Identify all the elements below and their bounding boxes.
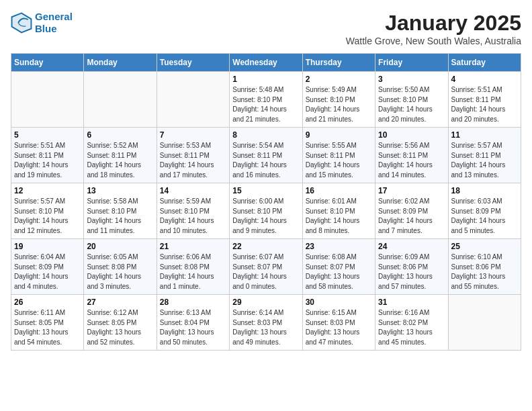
day-number: 19 [14, 242, 81, 251]
calendar-cell [157, 72, 229, 128]
day-info: Sunrise: 5:54 AM Sunset: 8:11 PM Dayligh… [232, 141, 299, 180]
day-number: 17 [378, 186, 445, 195]
day-number: 24 [378, 242, 445, 251]
day-number: 5 [14, 130, 81, 140]
day-number: 25 [451, 242, 518, 251]
day-info: Sunrise: 5:53 AM Sunset: 8:11 PM Dayligh… [160, 141, 226, 180]
calendar-cell: 4Sunrise: 5:51 AM Sunset: 8:11 PM Daylig… [448, 72, 521, 128]
calendar-week-2: 5Sunrise: 5:51 AM Sunset: 8:11 PM Daylig… [11, 128, 521, 183]
weekday-header-tuesday: Tuesday [157, 54, 229, 72]
calendar-cell: 14Sunrise: 5:59 AM Sunset: 8:10 PM Dayli… [157, 183, 229, 239]
calendar-cell: 28Sunrise: 6:13 AM Sunset: 8:04 PM Dayli… [157, 295, 229, 351]
day-number: 4 [451, 75, 518, 84]
calendar-cell: 15Sunrise: 6:00 AM Sunset: 8:10 PM Dayli… [230, 183, 302, 239]
day-info: Sunrise: 5:48 AM Sunset: 8:10 PM Dayligh… [232, 85, 299, 124]
day-number: 18 [451, 186, 518, 195]
calendar-cell: 9Sunrise: 5:55 AM Sunset: 8:11 PM Daylig… [302, 128, 375, 183]
calendar-week-5: 26Sunrise: 6:11 AM Sunset: 8:05 PM Dayli… [11, 295, 521, 351]
day-number: 11 [451, 130, 518, 140]
day-info: Sunrise: 5:52 AM Sunset: 8:11 PM Dayligh… [87, 141, 153, 180]
day-number: 29 [232, 298, 299, 307]
day-number: 13 [87, 186, 153, 195]
calendar-cell: 21Sunrise: 6:06 AM Sunset: 8:08 PM Dayli… [157, 239, 229, 295]
day-info: Sunrise: 6:00 AM Sunset: 8:10 PM Dayligh… [232, 197, 299, 236]
day-info: Sunrise: 5:56 AM Sunset: 8:11 PM Dayligh… [378, 141, 445, 180]
calendar-cell: 7Sunrise: 5:53 AM Sunset: 8:11 PM Daylig… [157, 128, 229, 183]
calendar-week-3: 12Sunrise: 5:57 AM Sunset: 8:10 PM Dayli… [11, 183, 521, 239]
day-info: Sunrise: 6:12 AM Sunset: 8:05 PM Dayligh… [87, 308, 153, 347]
calendar-cell: 18Sunrise: 6:03 AM Sunset: 8:09 PM Dayli… [448, 183, 521, 239]
day-number: 12 [14, 186, 81, 195]
calendar-cell: 8Sunrise: 5:54 AM Sunset: 8:11 PM Daylig… [230, 128, 302, 183]
day-number: 28 [160, 298, 226, 307]
day-number: 21 [160, 242, 226, 251]
day-number: 6 [87, 130, 153, 140]
day-info: Sunrise: 5:51 AM Sunset: 8:11 PM Dayligh… [14, 141, 81, 180]
calendar-cell: 3Sunrise: 5:50 AM Sunset: 8:10 PM Daylig… [375, 72, 448, 128]
weekday-header-friday: Friday [375, 54, 448, 72]
day-number: 3 [378, 75, 445, 84]
day-info: Sunrise: 6:07 AM Sunset: 8:07 PM Dayligh… [232, 253, 299, 291]
weekday-header-saturday: Saturday [448, 54, 521, 72]
day-info: Sunrise: 5:57 AM Sunset: 8:11 PM Dayligh… [451, 141, 518, 180]
day-info: Sunrise: 6:16 AM Sunset: 8:02 PM Dayligh… [378, 308, 445, 347]
calendar-cell: 16Sunrise: 6:01 AM Sunset: 8:10 PM Dayli… [302, 183, 375, 239]
day-info: Sunrise: 6:09 AM Sunset: 8:06 PM Dayligh… [378, 253, 445, 291]
weekday-header-row: SundayMondayTuesdayWednesdayThursdayFrid… [11, 54, 521, 72]
day-info: Sunrise: 6:06 AM Sunset: 8:08 PM Dayligh… [160, 253, 226, 291]
day-number: 14 [160, 186, 226, 195]
month-year-title: January 2025 [346, 11, 521, 36]
day-info: Sunrise: 6:14 AM Sunset: 8:03 PM Dayligh… [232, 308, 299, 347]
day-info: Sunrise: 6:05 AM Sunset: 8:08 PM Dayligh… [87, 253, 153, 291]
location-subtitle: Wattle Grove, New South Wales, Australia [346, 36, 521, 46]
day-info: Sunrise: 6:04 AM Sunset: 8:09 PM Dayligh… [14, 253, 81, 291]
calendar-cell: 31Sunrise: 6:16 AM Sunset: 8:02 PM Dayli… [375, 295, 448, 351]
day-number: 10 [378, 130, 445, 140]
title-block: January 2025 Wattle Grove, New South Wal… [346, 11, 521, 46]
calendar-week-4: 19Sunrise: 6:04 AM Sunset: 8:09 PM Dayli… [11, 239, 521, 295]
calendar-cell: 11Sunrise: 5:57 AM Sunset: 8:11 PM Dayli… [448, 128, 521, 183]
day-info: Sunrise: 6:01 AM Sunset: 8:10 PM Dayligh… [306, 197, 372, 236]
day-info: Sunrise: 5:50 AM Sunset: 8:10 PM Dayligh… [378, 85, 445, 124]
day-info: Sunrise: 6:10 AM Sunset: 8:06 PM Dayligh… [451, 253, 518, 291]
calendar-cell: 23Sunrise: 6:08 AM Sunset: 8:07 PM Dayli… [302, 239, 375, 295]
calendar-cell: 12Sunrise: 5:57 AM Sunset: 8:10 PM Dayli… [11, 183, 84, 239]
calendar-cell [84, 72, 157, 128]
calendar-cell: 6Sunrise: 5:52 AM Sunset: 8:11 PM Daylig… [84, 128, 157, 183]
weekday-header-wednesday: Wednesday [230, 54, 302, 72]
day-number: 9 [306, 130, 372, 140]
calendar-cell: 22Sunrise: 6:07 AM Sunset: 8:07 PM Dayli… [230, 239, 302, 295]
calendar-cell: 13Sunrise: 5:58 AM Sunset: 8:10 PM Dayli… [84, 183, 157, 239]
day-info: Sunrise: 5:57 AM Sunset: 8:10 PM Dayligh… [14, 197, 81, 236]
day-info: Sunrise: 6:13 AM Sunset: 8:04 PM Dayligh… [160, 308, 226, 347]
calendar-cell: 5Sunrise: 5:51 AM Sunset: 8:11 PM Daylig… [11, 128, 84, 183]
day-number: 26 [14, 298, 81, 307]
calendar-week-1: 1Sunrise: 5:48 AM Sunset: 8:10 PM Daylig… [11, 72, 521, 128]
day-info: Sunrise: 6:03 AM Sunset: 8:09 PM Dayligh… [451, 197, 518, 236]
day-number: 16 [306, 186, 372, 195]
calendar-cell: 26Sunrise: 6:11 AM Sunset: 8:05 PM Dayli… [11, 295, 84, 351]
day-number: 8 [232, 130, 299, 140]
day-info: Sunrise: 6:15 AM Sunset: 8:03 PM Dayligh… [306, 308, 372, 347]
day-number: 20 [87, 242, 153, 251]
calendar-cell: 2Sunrise: 5:49 AM Sunset: 8:10 PM Daylig… [302, 72, 375, 128]
calendar-table: SundayMondayTuesdayWednesdayThursdayFrid… [11, 53, 521, 351]
day-number: 15 [232, 186, 299, 195]
day-info: Sunrise: 5:51 AM Sunset: 8:11 PM Dayligh… [451, 85, 518, 124]
calendar-cell: 27Sunrise: 6:12 AM Sunset: 8:05 PM Dayli… [84, 295, 157, 351]
logo: General Blue [11, 11, 73, 35]
day-number: 23 [306, 242, 372, 251]
day-number: 30 [306, 298, 372, 307]
weekday-header-monday: Monday [84, 54, 157, 72]
calendar-cell [448, 295, 521, 351]
calendar-cell: 25Sunrise: 6:10 AM Sunset: 8:06 PM Dayli… [448, 239, 521, 295]
day-info: Sunrise: 5:59 AM Sunset: 8:10 PM Dayligh… [160, 197, 226, 236]
calendar-cell: 1Sunrise: 5:48 AM Sunset: 8:10 PM Daylig… [230, 72, 302, 128]
day-info: Sunrise: 5:49 AM Sunset: 8:10 PM Dayligh… [306, 85, 372, 124]
calendar-cell: 30Sunrise: 6:15 AM Sunset: 8:03 PM Dayli… [302, 295, 375, 351]
day-number: 22 [232, 242, 299, 251]
page-header: General Blue January 2025 Wattle Grove, … [11, 11, 521, 46]
logo-text: General Blue [35, 11, 73, 35]
calendar-cell: 24Sunrise: 6:09 AM Sunset: 8:06 PM Dayli… [375, 239, 448, 295]
day-info: Sunrise: 6:02 AM Sunset: 8:09 PM Dayligh… [378, 197, 445, 236]
